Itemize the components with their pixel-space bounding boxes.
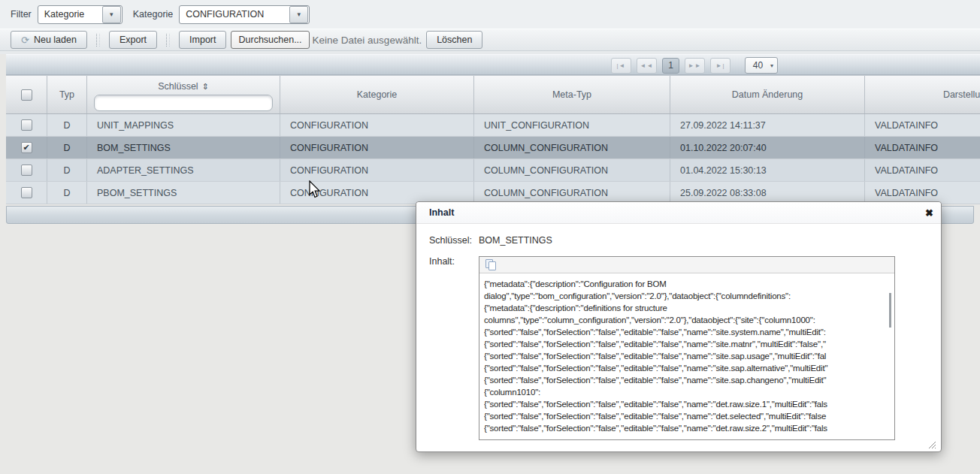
toolbar: ⟳ Neu laden Export Import Durchsuchen...…: [0, 29, 980, 51]
delete-button[interactable]: Löschen: [426, 31, 482, 49]
cell-kategorie: CONFIGURATION: [280, 137, 473, 159]
previous-page-icon: ◄◄: [640, 62, 654, 69]
column-header-datum-aenderung[interactable]: Datum Änderung: [670, 76, 864, 113]
previous-page-button[interactable]: ◄◄: [637, 58, 657, 74]
scrollbar-thumb[interactable]: [889, 293, 891, 328]
content-label: Inhalt:: [429, 256, 479, 267]
key-label: Schlüssel:: [429, 235, 479, 246]
row-checkbox[interactable]: ✔: [21, 187, 32, 198]
content-line: {"sorted":"false","forSelection":"false"…: [484, 398, 890, 410]
toolbar-separator: [96, 34, 100, 47]
column-header-label: Datum Änderung: [732, 89, 803, 100]
filter-type-dropdown-button[interactable]: ▾: [102, 6, 121, 23]
select-all-header-cell: ✔: [6, 76, 47, 113]
dialog-title: Inhalt: [429, 207, 925, 218]
content-line: {"column1010":: [484, 386, 890, 398]
column-header-label: Kategorie: [357, 89, 398, 100]
current-page-number: 1: [668, 60, 673, 71]
column-header-label: Schlüssel: [158, 81, 198, 92]
column-header-kategorie[interactable]: Kategorie: [280, 76, 473, 113]
row-select-cell: ✔: [6, 137, 47, 159]
inhalt-dialog: Inhalt ✖ Schlüssel: BOM_SETTINGS Inhalt:…: [416, 201, 942, 452]
content-textarea[interactable]: {"metadata":{"description":"Configuratio…: [479, 256, 895, 440]
content-line: columns","type":"column_configuration","…: [484, 314, 890, 326]
resize-handle-icon[interactable]: [927, 439, 936, 448]
category-label: Kategorie: [133, 9, 174, 20]
export-button[interactable]: Export: [109, 31, 157, 49]
filter-label: Filter: [11, 9, 32, 20]
cell-darstellung: VALDATAINFO: [864, 114, 980, 136]
chevron-down-icon: ▾: [110, 11, 113, 18]
cell-kategorie: CONFIGURATION: [280, 159, 473, 181]
dialog-content-label-row: Inhalt:: [429, 256, 479, 267]
content-toolbar: [479, 257, 894, 273]
dialog-key-row: Schlüssel: BOM_SETTINGS: [429, 235, 552, 246]
check-icon: ✔: [23, 143, 29, 152]
cell-schluessel: UNIT_MAPPINGS: [86, 114, 280, 136]
content-line: {"metadata":{"description":"Configuratio…: [484, 278, 890, 290]
row-select-cell: ✔: [6, 114, 47, 136]
content-line: {"sorted":"false","forSelection":"false"…: [484, 326, 890, 338]
pagination-bar: |◄ ◄◄ 1 ►► ►| 40 ▾: [6, 54, 980, 75]
cell-datum: 01.10.2022 20:07:40: [670, 137, 864, 159]
category-combobox[interactable]: CONFIGURATION ▾: [179, 5, 310, 24]
cell-darstellung: VALDATAINFO: [864, 159, 980, 181]
filter-type-value: Kategorie: [38, 9, 102, 20]
row-select-cell: ✔: [6, 182, 47, 204]
cell-meta-typ: COLUMN_CONFIGURATION: [473, 182, 670, 204]
table-row-selected[interactable]: ✔ D BOM_SETTINGS CONFIGURATION COLUMN_CO…: [6, 137, 980, 159]
content-line: {"sorted":"false","forSelection":"false"…: [484, 434, 890, 437]
cell-darstellung: VALDATAINFO: [864, 137, 980, 159]
cell-typ: D: [47, 182, 86, 204]
cell-datum: 01.04.2022 15:30:13: [670, 159, 864, 181]
reload-button-label: Neu laden: [34, 35, 77, 45]
column-header-meta-typ[interactable]: Meta-Typ: [473, 76, 670, 113]
column-header-darstellung[interactable]: Darstellung: [864, 76, 980, 113]
reload-button[interactable]: ⟳ Neu laden: [11, 31, 87, 49]
page-size-value: 40: [746, 60, 770, 71]
cell-datum: 27.09.2022 14:11:37: [670, 114, 864, 136]
cell-schluessel: ADAPTER_SETTINGS: [86, 159, 280, 181]
first-page-button[interactable]: |◄: [611, 58, 631, 74]
row-checkbox[interactable]: ✔: [21, 119, 32, 131]
table-row[interactable]: ✔ D UNIT_MAPPINGS CONFIGURATION UNIT_CON…: [6, 114, 980, 137]
key-value: BOM_SETTINGS: [479, 235, 552, 246]
dialog-titlebar[interactable]: Inhalt ✖: [416, 202, 941, 224]
current-page-button[interactable]: 1: [662, 58, 679, 74]
file-status-text: Keine Datei ausgewählt.: [313, 35, 422, 46]
filter-type-combobox[interactable]: Kategorie ▾: [38, 5, 122, 24]
cell-darstellung: VALDATAINFO: [864, 182, 980, 204]
sort-icon[interactable]: ⇕: [202, 82, 209, 91]
row-checkbox-checked[interactable]: ✔: [21, 142, 32, 153]
next-page-button[interactable]: ►►: [685, 58, 705, 74]
column-header-label: Darstellung: [943, 89, 980, 100]
content-line: {"sorted":"false","forSelection":"false"…: [484, 350, 890, 362]
category-value: CONFIGURATION: [180, 9, 289, 20]
browse-file-button[interactable]: Durchsuchen...: [231, 31, 309, 49]
select-all-checkbox[interactable]: ✔: [21, 89, 32, 101]
column-header-typ[interactable]: Typ: [47, 76, 86, 113]
cell-schluessel: BOM_SETTINGS: [86, 137, 280, 159]
import-button[interactable]: Import: [179, 31, 226, 49]
content-line: {"sorted":"false","forSelection":"false"…: [484, 338, 890, 350]
content-text[interactable]: {"metadata":{"description":"Configuratio…: [479, 273, 894, 437]
last-page-button[interactable]: ►|: [710, 58, 730, 74]
page-size-select[interactable]: 40 ▾: [745, 57, 778, 74]
copy-icon[interactable]: [485, 259, 496, 270]
row-checkbox[interactable]: ✔: [21, 165, 32, 176]
key-filter-input[interactable]: [94, 95, 273, 111]
cell-kategorie: CONFIGURATION: [280, 114, 473, 136]
cell-typ: D: [47, 137, 86, 159]
browse-button-label: Durchsuchen...: [238, 35, 301, 45]
first-page-icon: |◄: [617, 62, 626, 69]
column-header-schluessel[interactable]: Schlüssel⇕: [86, 76, 280, 113]
refresh-icon: ⟳: [21, 35, 29, 46]
content-line: dialog","type":"bom_configuration","vers…: [484, 290, 890, 302]
close-icon[interactable]: ✖: [925, 208, 933, 218]
cell-typ: D: [47, 159, 86, 181]
category-dropdown-button[interactable]: ▾: [289, 6, 308, 23]
delete-button-label: Löschen: [437, 35, 472, 45]
grid-header-row: ✔ Typ Schlüssel⇕ Kategorie Meta-Typ Datu…: [6, 75, 980, 114]
table-row[interactable]: ✔ D ADAPTER_SETTINGS CONFIGURATION COLUM…: [6, 159, 980, 182]
chevron-down-icon: ▾: [298, 11, 301, 18]
